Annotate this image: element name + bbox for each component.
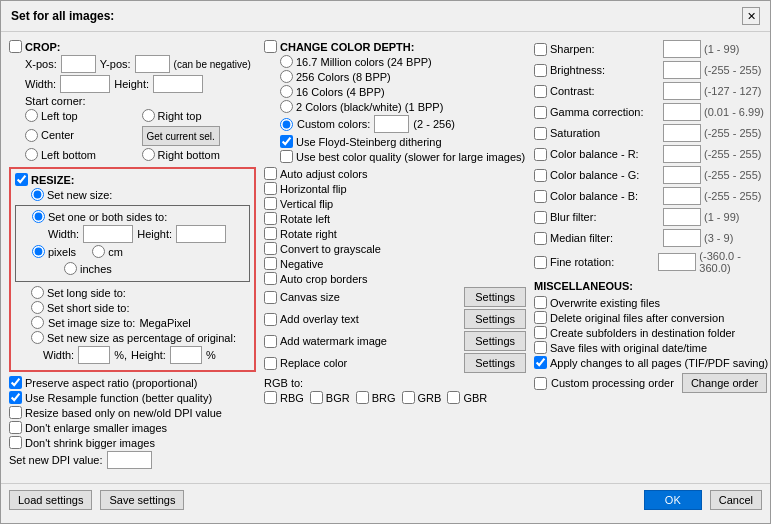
overlay-settings-button[interactable]: Settings (464, 309, 526, 329)
gbr-checkbox[interactable] (447, 391, 460, 404)
inches-radio[interactable] (64, 262, 77, 275)
color-balance-g-input[interactable] (663, 166, 701, 184)
bgr-label: BGR (326, 392, 350, 404)
crop-checkbox[interactable] (9, 40, 22, 53)
saturation-input[interactable] (663, 124, 701, 142)
save-settings-button[interactable]: Save settings (100, 490, 184, 510)
pct-height-input[interactable] (170, 346, 202, 364)
custom-radio[interactable] (280, 118, 293, 131)
dpi-input[interactable] (107, 451, 152, 469)
apply-changes-checkbox[interactable] (534, 356, 547, 369)
get-current-sel-button[interactable]: Get current sel. (142, 126, 220, 146)
contrast-input[interactable] (663, 82, 701, 100)
resize-width-input[interactable]: 1200 (83, 225, 133, 243)
ypos-input[interactable]: 0 (135, 55, 170, 73)
cancel-button[interactable]: Cancel (710, 490, 762, 510)
left-bottom-radio[interactable] (25, 148, 38, 161)
use-floyd-checkbox[interactable] (280, 135, 293, 148)
sharpen-checkbox[interactable] (534, 43, 547, 56)
use-resample-checkbox[interactable] (9, 391, 22, 404)
auto-adjust-checkbox[interactable] (264, 167, 277, 180)
color-balance-r-checkbox[interactable] (534, 148, 547, 161)
add-watermark-checkbox[interactable] (264, 335, 277, 348)
replace-settings-button[interactable]: Settings (464, 353, 526, 373)
color-balance-r-input[interactable] (663, 145, 701, 163)
contrast-checkbox[interactable] (534, 85, 547, 98)
change-color-depth-checkbox[interactable] (264, 40, 277, 53)
dont-shrink-checkbox[interactable] (9, 436, 22, 449)
set-pct-radio[interactable] (31, 331, 44, 344)
resize-dpi-checkbox[interactable] (9, 406, 22, 419)
resize-checkbox[interactable] (15, 173, 28, 186)
overwrite-checkbox[interactable] (534, 296, 547, 309)
ok-button[interactable]: OK (644, 490, 702, 510)
2-radio[interactable] (280, 100, 293, 113)
gamma-input[interactable] (663, 103, 701, 121)
rbg-checkbox[interactable] (264, 391, 277, 404)
color-balance-b-input[interactable] (663, 187, 701, 205)
auto-adjust-label: Auto adjust colors (280, 168, 367, 180)
canvas-settings-button[interactable]: Settings (464, 287, 526, 307)
color-balance-b-checkbox[interactable] (534, 190, 547, 203)
use-best-checkbox[interactable] (280, 150, 293, 163)
pct-width-input[interactable] (78, 346, 110, 364)
rotate-left-checkbox[interactable] (264, 212, 277, 225)
custom-processing-checkbox[interactable] (534, 377, 547, 390)
xpos-input[interactable]: 0 (61, 55, 96, 73)
16-radio[interactable] (280, 85, 293, 98)
load-settings-button[interactable]: Load settings (9, 490, 92, 510)
custom-colors-label: Custom colors: (297, 118, 370, 130)
16m-radio[interactable] (280, 55, 293, 68)
delete-original-checkbox[interactable] (534, 311, 547, 324)
set-long-side-radio[interactable] (31, 286, 44, 299)
brightness-input[interactable] (663, 61, 701, 79)
rotate-right-checkbox[interactable] (264, 227, 277, 240)
crop-height-input[interactable] (153, 75, 203, 93)
canvas-size-checkbox[interactable] (264, 291, 277, 304)
saturation-checkbox[interactable] (534, 127, 547, 140)
close-button[interactable]: ✕ (742, 7, 760, 25)
set-short-side-radio[interactable] (31, 301, 44, 314)
watermark-settings-button[interactable]: Settings (464, 331, 526, 351)
median-checkbox[interactable] (534, 232, 547, 245)
preserve-aspect-checkbox[interactable] (9, 376, 22, 389)
blur-input[interactable]: 1 (663, 208, 701, 226)
set-one-both-radio[interactable] (32, 210, 45, 223)
pixels-radio[interactable] (32, 245, 45, 258)
set-image-size-radio[interactable] (31, 316, 44, 329)
bgr-checkbox[interactable] (310, 391, 323, 404)
custom-val-input[interactable]: 0 (374, 115, 409, 133)
resize-height-input[interactable]: 800 (176, 225, 226, 243)
delete-original-label: Delete original files after conversion (550, 312, 724, 324)
left-top-radio[interactable] (25, 109, 38, 122)
256-radio[interactable] (280, 70, 293, 83)
auto-crop-checkbox[interactable] (264, 272, 277, 285)
change-order-button[interactable]: Change order (682, 373, 767, 393)
brg-checkbox[interactable] (356, 391, 369, 404)
center-radio[interactable] (25, 129, 38, 142)
blur-label: Blur filter: (550, 211, 660, 223)
create-subfolders-checkbox[interactable] (534, 326, 547, 339)
blur-checkbox[interactable] (534, 211, 547, 224)
brightness-checkbox[interactable] (534, 64, 547, 77)
crop-width-input[interactable] (60, 75, 110, 93)
save-date-checkbox[interactable] (534, 341, 547, 354)
right-bottom-radio[interactable] (142, 148, 155, 161)
add-overlay-checkbox[interactable] (264, 313, 277, 326)
negative-checkbox[interactable] (264, 257, 277, 270)
median-input[interactable]: 3 (663, 229, 701, 247)
color-balance-g-checkbox[interactable] (534, 169, 547, 182)
set-new-size-radio[interactable] (31, 188, 44, 201)
convert-grayscale-checkbox[interactable] (264, 242, 277, 255)
fine-rotation-checkbox[interactable] (534, 256, 547, 269)
right-top-radio[interactable] (142, 109, 155, 122)
grb-checkbox[interactable] (402, 391, 415, 404)
vertical-flip-checkbox[interactable] (264, 197, 277, 210)
sharpen-input[interactable]: 1 (663, 40, 701, 58)
replace-color-checkbox[interactable] (264, 357, 277, 370)
dont-enlarge-checkbox[interactable] (9, 421, 22, 434)
gamma-checkbox[interactable] (534, 106, 547, 119)
horizontal-flip-checkbox[interactable] (264, 182, 277, 195)
fine-rotation-input[interactable] (658, 253, 696, 271)
cm-radio[interactable] (92, 245, 105, 258)
